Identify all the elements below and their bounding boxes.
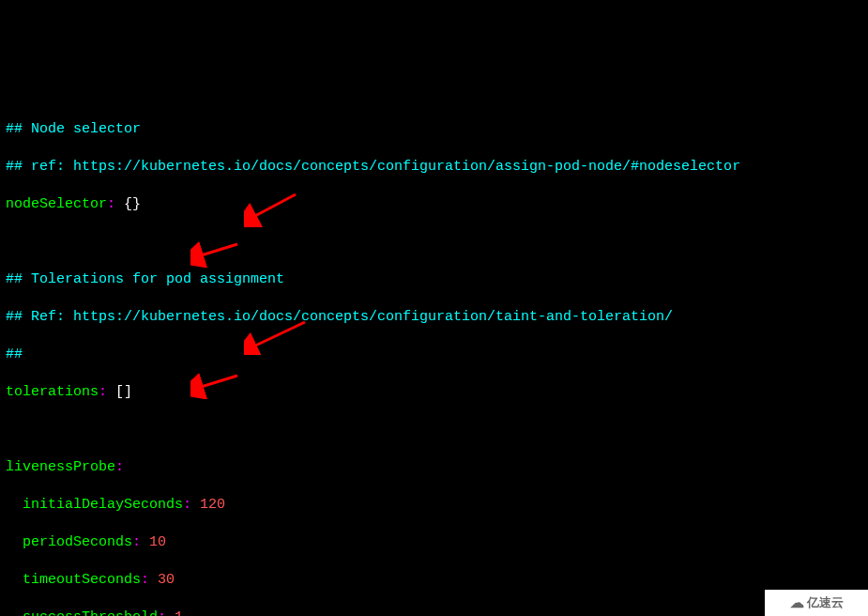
yaml-value: []: [115, 384, 132, 400]
yaml-key: tolerations: [6, 384, 99, 400]
code-line: ##: [6, 346, 862, 364]
blank-line: [6, 233, 862, 252]
code-line: ## ref: https://kubernetes.io/docs/conce…: [6, 158, 862, 177]
watermark-badge: ☁ 亿速云: [765, 590, 868, 616]
code-editor-viewport[interactable]: ## Node selector ## ref: https://kuberne…: [6, 101, 862, 616]
code-line: nodeSelector: {}: [6, 195, 862, 214]
code-line: ## Ref: https://kubernetes.io/docs/conce…: [6, 308, 862, 327]
code-line: livenessProbe:: [6, 458, 862, 477]
yaml-key: initialDelaySeconds: [23, 497, 183, 513]
code-line: timeoutSeconds: 30: [6, 571, 862, 590]
yaml-value: 1: [175, 609, 183, 616]
yaml-key: successThreshold: [23, 609, 158, 616]
code-line: tolerations: []: [6, 383, 862, 402]
comment-text: ## Node selector: [6, 121, 141, 137]
yaml-value: {}: [124, 196, 141, 212]
colon: :: [115, 459, 124, 475]
colon: :: [107, 196, 115, 212]
blank-line: [6, 421, 862, 439]
code-line: initialDelaySeconds: 120: [6, 496, 862, 515]
code-line: successThreshold: 1: [6, 608, 862, 616]
yaml-key: nodeSelector: [6, 196, 107, 212]
colon: :: [183, 497, 191, 513]
comment-text: ## Ref: https://kubernetes.io/docs/conce…: [6, 309, 673, 325]
comment-text: ## ref: https://kubernetes.io/docs/conce…: [6, 159, 740, 175]
yaml-value: 30: [158, 572, 175, 588]
code-line: ## Node selector: [6, 120, 862, 139]
yaml-key: timeoutSeconds: [23, 572, 141, 588]
yaml-key: livenessProbe: [6, 459, 115, 475]
yaml-value: 10: [149, 534, 166, 550]
cloud-icon: ☁: [790, 593, 804, 612]
colon: :: [132, 534, 141, 550]
watermark-text: 亿速云: [807, 593, 844, 612]
code-line: ## Tolerations for pod assignment: [6, 270, 862, 289]
code-line: periodSeconds: 10: [6, 533, 862, 552]
colon: :: [158, 609, 166, 616]
comment-text: ##: [6, 346, 23, 362]
comment-text: ## Tolerations for pod assignment: [6, 271, 284, 287]
colon: :: [141, 572, 149, 588]
colon: :: [99, 384, 107, 400]
yaml-key: periodSeconds: [23, 534, 132, 550]
yaml-value: 120: [200, 497, 225, 513]
